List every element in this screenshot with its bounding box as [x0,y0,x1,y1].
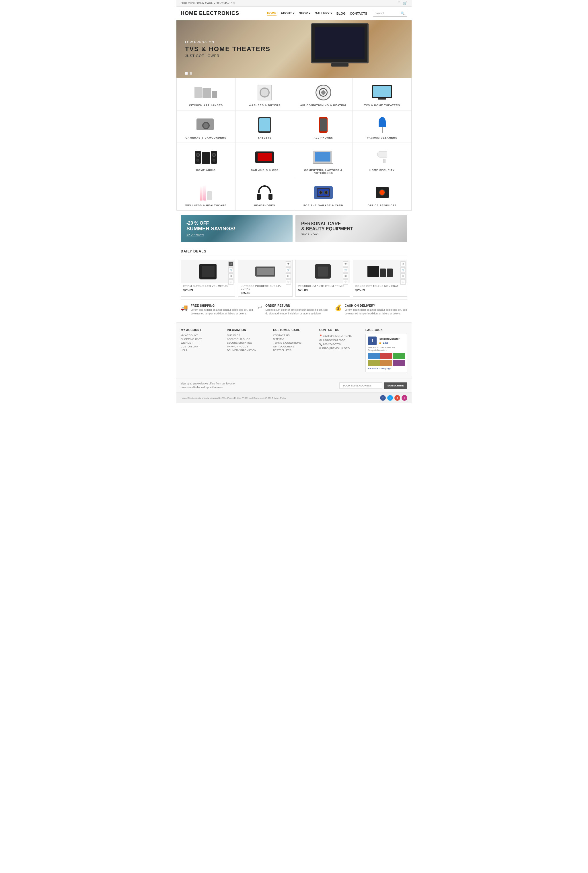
deal-cart-btn-1[interactable]: 🛒 [228,267,234,273]
deal-wish-btn-3[interactable]: ♡ [343,279,348,285]
footer-info-link-4[interactable]: DELIVERY INFOMATION [227,349,269,352]
deal-info-2: ULTRICES POSUERE CUBILIA CURAE $25.89 [238,283,292,296]
deal-compare-btn-4[interactable]: ⊞ [400,273,406,279]
promo-banner-left[interactable]: -20 % OFF SUMMER SAVINGS! SHOP NOW! [181,215,292,242]
category-office[interactable]: OFFICE PRODUCTS [353,178,412,211]
deal-wish-btn-1[interactable]: ♡ [228,279,234,285]
category-washers[interactable]: WASHERS & DRYERS [236,78,294,111]
deal-view-btn-3[interactable]: 👁 [343,261,348,267]
deal-wish-btn-2[interactable]: ♡ [286,279,291,285]
category-phones[interactable]: ALL PHONES [294,111,353,143]
social-facebook[interactable]: f [380,395,386,401]
category-garage-label: FOR THE GARAGE & YARD [303,204,344,207]
category-vacuum-label: VACUUM CLEANERS [367,136,397,139]
category-tablets[interactable]: TABLETS [236,111,294,143]
category-tvs[interactable]: TVS & HOME THEATERS [353,78,412,111]
category-headphones-label: HEADPHONES [254,204,275,207]
menu-icon[interactable]: ☰ [398,1,401,5]
nav-contacts[interactable]: CONTACTS [350,12,367,15]
category-ac[interactable]: AIR CONDITIONING & HEATING [294,78,353,111]
category-headphones[interactable]: HEADPHONES [236,178,294,211]
footer-info-link-3[interactable]: PRIVACY POLICY [227,345,269,348]
footer-account-title: MY ACCOUNT [181,328,223,332]
deal-wish-btn-4[interactable]: ♡ [400,279,406,285]
hero-dot-1[interactable] [185,72,188,75]
feature-return-title: ORDER RETURN [266,304,330,307]
deal-cart-btn-3[interactable]: 🛒 [343,267,348,273]
promo-right-cta[interactable]: SHOP NOW! [301,233,319,236]
nav-home[interactable]: HOME [267,12,276,15]
fb-plugin-link[interactable]: Facebook social plugin [368,367,405,370]
nav-shop[interactable]: SHOP ▾ [299,12,310,15]
footer-account-link-2[interactable]: WISHLIST [181,341,223,344]
deal-name-2: ULTRICES POSUERE CUBILIA CURAE [241,285,290,290]
newsletter-input[interactable] [339,382,382,389]
footer-care-link-2[interactable]: TERMS & CONDITIONS [273,341,315,344]
footer-account-link-0[interactable]: MY ACCOUNT [181,334,223,337]
nav-gallery[interactable]: GALLERY ▾ [315,12,332,15]
footer-care-link-0[interactable]: CONTACT US [273,334,315,337]
daily-deals-title: DAILY DEALS [181,249,407,256]
deal-item-2[interactable]: 👁 🛒 ⊞ ♡ ULTRICES POSUERE CUBILIA CURAE $… [238,260,292,297]
footer-facebook: FACEBOOK f TemplateMonster 👍 Like You an… [365,328,407,372]
category-garage[interactable]: FOR THE GARAGE & YARD [294,178,353,211]
promo-banner-right[interactable]: PERSONAL CARE & BEAUTY EQUIPMENT SHOP NO… [296,215,407,242]
deal-actions-1: 👁 🛒 ⊞ ♡ [228,261,234,285]
social-instagram[interactable]: i [402,395,407,401]
category-security[interactable]: HOME SECURITY [353,143,412,178]
category-computers[interactable]: COMPUTERS, LAPTOPS & NOTEBOOKS [294,143,353,178]
deal-cart-btn-4[interactable]: 🛒 [400,267,406,273]
search-input[interactable] [375,12,401,15]
subscribe-button[interactable]: SUBSCRIBE [384,382,407,389]
promo-right-content: PERSONAL CARE & BEAUTY EQUIPMENT SHOP NO… [301,221,353,236]
deal-item-3[interactable]: 👁 🛒 ⊞ ♡ VESTIBULUM ANTE IPSUM PRIMIS $25… [296,260,350,297]
newsletter-form: SUBSCRIBE [339,382,407,389]
deal-view-btn-1[interactable]: 👁 [228,261,234,267]
footer-info-link-1[interactable]: ABOUT OUR SHOP [227,338,269,340]
deal-view-btn-4[interactable]: 👁 [400,261,406,267]
hero-dot-2[interactable] [189,72,192,75]
deal-compare-btn-3[interactable]: ⊞ [343,273,348,279]
footer-info-link-0[interactable]: OUR BLOG [227,334,269,337]
social-twitter[interactable]: t [387,395,393,401]
category-audio[interactable]: HOME AUDIO [177,143,236,178]
deal-name-1: ETIAM CURSUS LEO VEL METUS [183,285,232,288]
footer-care-link-3[interactable]: GIFT VOUCHERS [273,345,315,348]
category-cameras-label: CAMERAS & CAMCORDERS [186,136,226,139]
footer-info-link-2[interactable]: SECURE SHOPPING [227,341,269,344]
feature-shipping: 🚚 FREE SHIPPING Lorem ipsum dolor sit am… [181,304,253,315]
features-section: 🚚 FREE SHIPPING Lorem ipsum dolor sit am… [181,300,407,320]
deal-compare-btn-1[interactable]: ⊞ [228,273,234,279]
cart-icon[interactable]: 🛒 [403,1,407,5]
hero-line1: LOW PRICES ON [185,40,270,44]
category-cameras[interactable]: CAMERAS & CAMCORDERS [177,111,236,143]
nav-about[interactable]: ABOUT ▾ [281,12,295,15]
category-wellness[interactable]: WELLNESS & HEALTHCARE [177,178,236,211]
footer-account-link-3[interactable]: CUSTOM LINK [181,345,223,348]
deal-item-4[interactable]: 👁 🛒 ⊞ ♡ DONEC GET TELLUS NON ERAT $25.89 [353,260,407,297]
category-vacuum[interactable]: VACUUM CLEANERS [353,111,412,143]
category-kitchen[interactable]: KITCHEN APPLIANCES [177,78,236,111]
category-kitchen-label: KITCHEN APPLIANCES [189,104,223,107]
search-icon[interactable]: 🔍 [401,12,405,15]
feature-return-content: ORDER RETURN Lorem ipsum dolor sit amet … [266,304,330,315]
promo-left-cta[interactable]: SHOP NOW! [186,233,204,236]
categories-grid: KITCHEN APPLIANCES WASHERS & DRYERS AIR … [176,78,412,211]
deal-cart-btn-2[interactable]: 🛒 [286,267,291,273]
deal-compare-btn-2[interactable]: ⊞ [286,273,291,279]
feature-shipping-text: Lorem ipsum dolor sit amet constur adipi… [191,308,253,315]
category-tvs-label: TVS & HOME THEATERS [364,104,400,107]
fb-like-text[interactable]: Like [383,341,388,344]
nav-blog[interactable]: BLOG [336,12,346,15]
footer-account-link-4[interactable]: HELP [181,349,223,352]
social-google[interactable]: g [394,395,400,401]
footer-care-link-4[interactable]: BESTSELLERS [273,349,315,352]
deal-item-1[interactable]: 👁 🛒 ⊞ ♡ ETIAM CURSUS LEO VEL METUS $25.8… [181,260,235,297]
deal-view-btn-2[interactable]: 👁 [286,261,291,267]
footer-care-link-1[interactable]: SITEMAP [273,338,315,340]
category-caraudio[interactable]: CAR AUDIO & GPS [236,143,294,178]
footer-account-link-1[interactable]: SHOPPING CART [181,338,223,340]
fb-image-grid [368,353,405,366]
footer-bottom-text: Home Electronics is proudly powered by W… [181,397,286,399]
feature-shipping-title: FREE SHIPPING [191,304,253,307]
